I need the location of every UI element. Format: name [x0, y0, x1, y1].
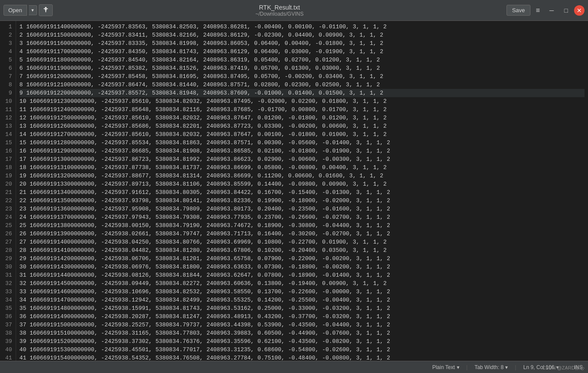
title-filename: RTK_Result.txt — [53, 4, 506, 11]
editor-line: 18 1606691913100000000, -2425937.87738, … — [20, 164, 387, 171]
line-number: 8 — [5, 81, 12, 89]
cursor-pos-dropdown-icon: ▾ — [556, 364, 559, 370]
editor-line: 19 1606691913200000000, -2425937.88677, … — [20, 173, 384, 179]
line-number: 37 — [5, 321, 12, 329]
pin-icon — [43, 7, 49, 13]
line-number: 17 — [5, 155, 12, 163]
editor-container: 1234567891011121314151617181920212223242… — [0, 21, 588, 361]
minimize-button[interactable]: ─ — [545, 5, 558, 16]
line-number: 25 — [5, 221, 12, 230]
svg-rect-2 — [44, 8, 48, 9]
editor-line: 30 1606691914300000000, -2425938.06976, … — [20, 264, 390, 270]
editor-line: 31 1606691914400000000, -2425938.08126, … — [20, 272, 390, 278]
editor-line: 34 1606691914700000000, -2425938.12942, … — [20, 297, 390, 303]
line-number: 38 — [5, 329, 12, 337]
open-dropdown-button[interactable]: ▾ — [29, 5, 37, 15]
tab-width-dropdown-icon: ▾ — [505, 364, 508, 370]
line-number: 33 — [5, 288, 12, 296]
editor-line: 39 1606691915200000000, -2425938.37302, … — [20, 338, 390, 345]
editor-content[interactable]: 1 1606691911400000000, -2425937.83563, 5… — [16, 21, 588, 361]
statusbar-sep-1: | — [466, 364, 468, 370]
editor-line: 1 1606691911400000000, -2425937.83563, 5… — [20, 24, 387, 30]
line-number: 31 — [5, 271, 12, 279]
close-button[interactable]: ✕ — [574, 5, 585, 16]
line-number: 30 — [5, 263, 12, 271]
line-number: 22 — [5, 197, 12, 205]
editor-line: 3 1606691911600000000, -2425937.83335, 5… — [20, 40, 384, 47]
line-number: 40 — [5, 346, 12, 354]
titlebar-left: Open ▾ — [3, 4, 53, 16]
pin-button[interactable] — [39, 4, 53, 16]
maximize-button[interactable]: □ — [560, 5, 572, 16]
file-type-label: Plain Text — [432, 364, 455, 370]
statusbar-sep-2: | — [515, 364, 516, 370]
editor-line: 41 1606691915400000000, -2425938.54352, … — [20, 355, 390, 361]
editor-line: 8 1606691912100000000, -2425937.86474, 5… — [20, 81, 380, 88]
editor-line: 29 1606691914200000000, -2425938.06706, … — [20, 255, 390, 262]
line-number: 2 — [5, 31, 12, 39]
ins-mode-label: INS — [574, 364, 583, 370]
line-number: 7 — [5, 72, 12, 81]
editor-line: 9 1606691912200000000, -2425937.85572, 5… — [20, 89, 585, 97]
line-number: 39 — [5, 337, 12, 346]
line-number: 26 — [5, 230, 12, 238]
line-number: 1 — [5, 23, 12, 31]
statusbar-sep-3: | — [566, 364, 567, 370]
editor-line: 12 1606691912500000000, -2425937.85610, … — [20, 115, 387, 121]
line-number: 32 — [5, 279, 12, 288]
line-number: 13 — [5, 122, 12, 130]
editor-line: 37 1606691915000000000, -2425938.25257, … — [20, 322, 390, 328]
line-number: 5 — [5, 56, 12, 64]
line-numbers: 1234567891011121314151617181920212223242… — [0, 21, 16, 361]
editor-line: 24 1606691913700000000, -2425937.97943, … — [20, 214, 390, 220]
line-number: 41 — [5, 354, 12, 361]
editor-line: 11 1606691912400000000, -2425937.85648, … — [20, 106, 387, 113]
cursor-pos-item[interactable]: Ln 9, Col 106 ▾ — [523, 364, 558, 370]
editor-line: 38 1606691915100000000, -2425938.31165, … — [20, 330, 390, 336]
line-number: 20 — [5, 180, 12, 188]
line-number: 11 — [5, 105, 12, 114]
file-type-dropdown-icon: ▾ — [457, 364, 459, 370]
line-number: 4 — [5, 47, 12, 56]
editor-line: 17 1606691913000000000, -2425937.86723, … — [20, 156, 390, 163]
ins-mode-item[interactable]: INS — [574, 364, 583, 370]
svg-rect-1 — [45, 10, 46, 12]
save-button[interactable]: Save — [506, 5, 531, 16]
editor-line: 33 1606691914600000000, -2425938.10696, … — [20, 288, 390, 295]
line-number: 10 — [5, 97, 12, 105]
line-number: 27 — [5, 238, 12, 246]
editor-line: 6 1606691911900000000, -2425937.85382, 5… — [20, 65, 380, 71]
line-number: 36 — [5, 312, 12, 321]
line-number: 16 — [5, 147, 12, 155]
editor-line: 25 1606691913800000000, -2425938.00150, … — [20, 222, 390, 229]
editor-line: 21 1606691913400000000, -2425937.91612, … — [20, 189, 390, 196]
menu-button[interactable]: ≡ — [532, 5, 543, 16]
cursor-pos-label: Ln 9, Col 106 — [523, 364, 554, 370]
editor-line: 22 1606691913500000000, -2425937.93798, … — [20, 197, 390, 204]
file-type-item[interactable]: Plain Text ▾ — [432, 364, 459, 370]
editor-line: 26 1606691913900000000, -2425938.02661, … — [20, 231, 390, 237]
editor-line: 32 1606691914500000000, -2425938.09449, … — [20, 280, 387, 287]
open-button[interactable]: Open — [3, 5, 27, 16]
line-number: 9 — [5, 89, 12, 97]
titlebar: Open ▾ RTK_Result.txt ~/Downloads/GVINS … — [0, 0, 588, 21]
statusbar: Plain Text ▾ | Tab Width: 8 ▾ | Ln 9, Co… — [0, 361, 588, 373]
editor-line: 7 1606691912000000000, -2425937.85458, 5… — [20, 73, 384, 80]
line-number: 34 — [5, 296, 12, 304]
editor-line: 2 1606691911500000000, -2425937.83411, 5… — [20, 32, 384, 38]
editor-line: 15 1606691912800000000, -2425937.85534, … — [20, 139, 390, 146]
editor-line: 10 1606691912300000000, -2425937.85610, … — [20, 98, 387, 105]
line-number: 14 — [5, 130, 12, 139]
line-number: 29 — [5, 254, 12, 263]
tab-width-item[interactable]: Tab Width: 8 ▾ — [475, 364, 508, 370]
line-number: 6 — [5, 64, 12, 72]
editor-line: 13 1606691912600000000, -2425937.85686, … — [20, 123, 387, 129]
line-number: 21 — [5, 188, 12, 197]
line-number: 3 — [5, 39, 12, 47]
editor-line: 36 1606691914900000000, -2425938.20287, … — [20, 313, 390, 320]
editor-line: 4 1606691911700000000, -2425937.84350, 5… — [20, 48, 384, 55]
line-number: 15 — [5, 139, 12, 147]
titlebar-center: RTK_Result.txt ~/Downloads/GVINS — [53, 4, 506, 17]
editor-line: 5 1606691911800000000, -2425937.84540, 5… — [20, 57, 380, 63]
editor-line: 27 1606691914000000000, -2425938.04250, … — [20, 239, 387, 245]
